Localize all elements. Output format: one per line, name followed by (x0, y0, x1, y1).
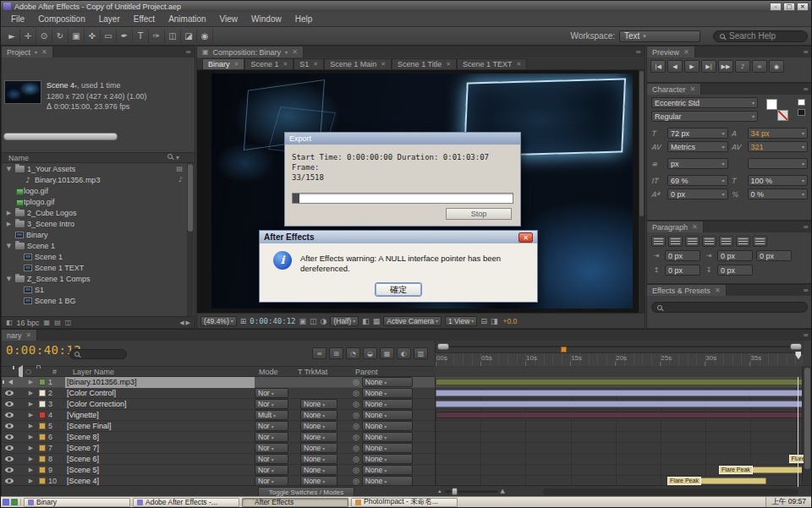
new-composition-icon[interactable]: ▤ (54, 319, 61, 326)
layer-name[interactable]: [Color Control] (65, 388, 255, 399)
stop-button[interactable]: Stop (446, 208, 512, 220)
timeline-navigator[interactable] (437, 343, 802, 350)
timeline-zoom-control[interactable]: ▴ ▲ (438, 488, 505, 494)
layer-expand-icon[interactable]: ▶ (25, 412, 36, 418)
title-bar[interactable]: Adobe After Effects - Copy of Untitled P… (1, 1, 811, 12)
pickwhip-icon[interactable]: ◎ (353, 455, 359, 463)
snapshot-icon[interactable]: ▣ (299, 317, 307, 325)
auto-keyframe-icon[interactable]: ≡ (312, 347, 326, 359)
layer-name[interactable]: [Color Correction] (65, 399, 255, 410)
loop-button[interactable]: ∞ (752, 60, 767, 73)
taskbar-button[interactable]: Adobe After Effects -... (133, 498, 239, 507)
layer-av-switches[interactable] (2, 380, 25, 385)
previous-frame-button[interactable]: ◀ (667, 60, 683, 73)
viewer-tab-scene-1[interactable]: Scene 1✕ (244, 58, 294, 69)
warning-close-icon[interactable]: ✕ (518, 232, 533, 243)
layer-label-color[interactable] (39, 478, 46, 484)
pickwhip-icon[interactable]: ◎ (353, 389, 359, 397)
layer-label-color[interactable] (39, 423, 46, 429)
layer-track-row[interactable]: Flare 2 (436, 454, 804, 465)
project-tab-close-icon[interactable]: ✕ (41, 48, 47, 56)
expand-icon[interactable]: ▼ (5, 243, 13, 249)
layer-row[interactable]: ▶1[Binary.101356.mp3]◎None (2, 377, 435, 388)
channels-icon[interactable]: ◑ (321, 317, 327, 325)
timeline-column-header[interactable]: ○ # Layer Name Mode T TrkMat Parent (2, 366, 435, 377)
eraser-tool[interactable]: ◪ (181, 29, 197, 43)
stroke-style-dropdown[interactable] (748, 158, 809, 169)
project-item[interactable]: logo.gif (2, 185, 187, 196)
layer-parent-dropdown[interactable]: None (362, 465, 413, 475)
indent-left-field[interactable]: 0 px (665, 250, 700, 261)
timeline-track-area[interactable]: Flare 2Flare PeakFlare Peak (435, 377, 804, 487)
layer-name[interactable]: [Scene 8] (65, 432, 255, 443)
timeline-panel-menu-icon[interactable]: ≡ (803, 331, 812, 339)
leading-field[interactable]: 34 px (748, 128, 809, 139)
layer-parent-dropdown[interactable]: None (362, 399, 413, 409)
viewer-tab-close-icon[interactable]: ✕ (234, 61, 239, 68)
layer-expand-icon[interactable]: ▶ (25, 445, 36, 451)
layer-track-row[interactable] (436, 377, 804, 388)
timeline-horizontal-scrollbar[interactable] (543, 489, 798, 495)
layer-mode-dropdown[interactable]: Nor (255, 399, 288, 409)
pickwhip-icon[interactable]: ◎ (353, 400, 359, 408)
kerning-dropdown[interactable]: Metrics (667, 141, 728, 152)
expand-icon[interactable]: ▶ (5, 210, 13, 216)
clone-stamp-tool[interactable]: ◫ (165, 29, 181, 43)
layer-av-switches[interactable] (2, 401, 25, 407)
new-folder-icon[interactable]: ▦ (44, 319, 51, 326)
stroke-swatch[interactable] (777, 110, 788, 121)
viewer-tab-close-icon[interactable]: ✕ (381, 61, 386, 68)
exposure-value[interactable]: +0.0 (502, 317, 517, 325)
preview-tab-close-icon[interactable]: ✕ (683, 48, 689, 56)
selection-tool[interactable]: ► (4, 29, 20, 43)
quick-launch-icon[interactable] (11, 499, 18, 505)
pickwhip-icon[interactable]: ◎ (353, 477, 359, 485)
viewer-tab-close-icon[interactable]: ✕ (313, 61, 318, 68)
menu-effect[interactable]: Effect (127, 13, 162, 25)
fast-preview-icon[interactable]: ◨ (491, 317, 498, 325)
layer-av-switches[interactable] (2, 478, 25, 483)
menu-animation[interactable]: Animation (162, 13, 212, 25)
project-tab[interactable]: Project ▾ ✕ (2, 46, 53, 57)
layer-track-row[interactable] (436, 443, 804, 454)
draft-3d-icon[interactable]: ◔ (346, 347, 360, 359)
project-item[interactable]: Scene 1 BG (2, 295, 187, 306)
taskbar-clock[interactable]: 上午 09:57 (765, 497, 811, 507)
bit-depth-button[interactable]: 16 bpc (17, 319, 40, 327)
viewer-tab-close-icon[interactable]: ✕ (516, 61, 521, 68)
layer-parent-dropdown[interactable]: None (362, 432, 413, 442)
timeline-tab[interactable]: nary ✕ (2, 330, 37, 341)
next-frame-button[interactable]: ▶| (701, 60, 716, 73)
layer-label-color[interactable] (39, 401, 46, 407)
character-tab-close-icon[interactable]: ✕ (690, 85, 696, 93)
layer-track-row[interactable] (436, 388, 804, 399)
layer-label-color[interactable] (39, 434, 46, 440)
composition-marker[interactable] (561, 347, 567, 352)
layer-av-switches[interactable] (2, 434, 25, 440)
camera-tool[interactable]: ▣ (69, 29, 85, 43)
justify-last-right-button[interactable] (736, 236, 750, 247)
project-item[interactable]: ▼Scene 1 (2, 240, 187, 251)
project-item[interactable]: ▼1_Your Assets▤ (2, 163, 187, 174)
hide-shy-icon[interactable]: ◒ (363, 347, 377, 359)
expand-icon[interactable]: ▶ (5, 221, 13, 227)
layer-av-switches[interactable] (2, 456, 25, 462)
audio-icon[interactable] (8, 380, 13, 385)
layer-parent-dropdown[interactable]: None (362, 410, 413, 420)
layer-label-color[interactable] (39, 412, 46, 418)
layer-parent-dropdown[interactable]: None (362, 377, 413, 387)
effects-tab-close-icon[interactable]: ✕ (715, 287, 721, 294)
menu-view[interactable]: View (213, 13, 245, 25)
viewer-tab-scene-1-main[interactable]: Scene 1 Main✕ (324, 58, 392, 69)
horizontal-scale-field[interactable]: 100 % (748, 175, 809, 186)
layer-label-color[interactable] (39, 456, 46, 462)
paragraph-tab-close-icon[interactable]: ✕ (692, 223, 698, 231)
layer-expand-icon[interactable]: ▶ (25, 434, 36, 440)
project-scrollbar[interactable] (187, 163, 194, 318)
project-item[interactable]: Scene 1 (2, 251, 187, 262)
layer-parent-dropdown[interactable]: None (362, 388, 413, 398)
composition-tab[interactable]: ▣ Composition: Binary ▾ ✕ (197, 46, 304, 57)
layer-av-switches[interactable] (2, 467, 25, 472)
effects-tab[interactable]: Effects & Presets ✕ (647, 285, 727, 296)
transparency-grid-icon[interactable]: ▦ (373, 317, 381, 325)
